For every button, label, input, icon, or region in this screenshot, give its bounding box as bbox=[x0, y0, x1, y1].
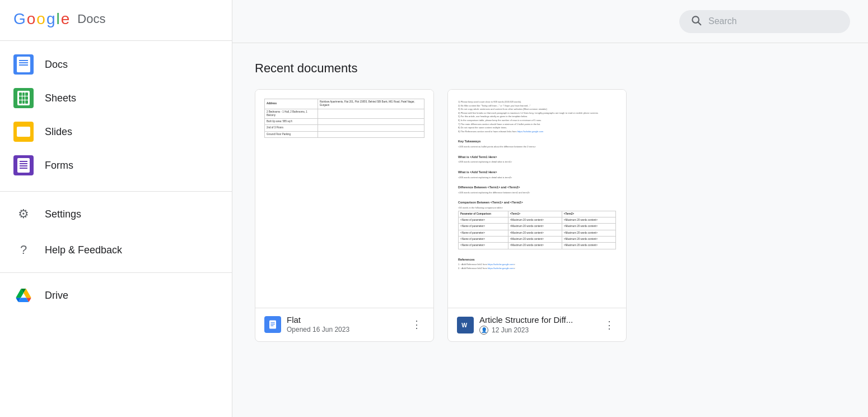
doc-card-article[interactable]: 1) Please keep word count close to 600 w… bbox=[447, 89, 627, 342]
doc-meta-flat: Flat Opened 16 Jun 2023 bbox=[287, 315, 403, 333]
gear-icon: ⚙ bbox=[13, 204, 34, 224]
search-icon bbox=[690, 15, 702, 29]
recent-title: Recent documents bbox=[255, 61, 846, 76]
doc-preview-flat: Address Rainbow Apartments, Flat 201, Pl… bbox=[255, 90, 433, 308]
svg-rect-3 bbox=[270, 322, 275, 323]
svg-rect-5 bbox=[270, 325, 273, 326]
docs-icon bbox=[13, 54, 34, 75]
shared-icon: 👤 bbox=[479, 326, 488, 335]
doc-info-flat: Flat Opened 16 Jun 2023 ⋮ bbox=[255, 308, 433, 340]
drive-icon bbox=[13, 285, 34, 305]
sidebar-item-help-label: Help & Feedback bbox=[45, 244, 122, 256]
sidebar-item-docs[interactable]: Docs bbox=[0, 48, 232, 81]
sidebar-item-settings[interactable]: ⚙ Settings bbox=[0, 196, 232, 232]
svg-rect-4 bbox=[270, 323, 275, 324]
sidebar-item-forms[interactable]: Forms bbox=[0, 149, 232, 182]
search-placeholder: Search bbox=[708, 16, 839, 26]
sidebar-item-drive[interactable]: Drive bbox=[0, 277, 232, 313]
doc-title-flat: Flat bbox=[287, 315, 403, 325]
doc-opened-label: Opened 16 Jun 2023 bbox=[287, 326, 349, 333]
doc-meta-article: Article Structure for Diff... 👤 12 Jun 2… bbox=[479, 315, 596, 335]
sidebar-item-help[interactable]: ? Help & Feedback bbox=[0, 232, 232, 268]
sidebar-item-settings-label: Settings bbox=[45, 208, 81, 220]
sidebar-item-slides-label: Slides bbox=[45, 126, 72, 138]
doc-card-flat[interactable]: Address Rainbow Apartments, Flat 201, Pl… bbox=[255, 89, 434, 342]
sidebar-item-drive-label: Drive bbox=[45, 290, 68, 302]
doc-preview-article: 1) Please keep word count close to 600 w… bbox=[448, 90, 626, 308]
doc-type-icon-word: W bbox=[457, 317, 474, 333]
doc-type-icon-docs bbox=[264, 316, 281, 333]
sidebar-nav: Docs Sheets bbox=[0, 43, 232, 187]
search-bar[interactable]: Search bbox=[679, 10, 850, 33]
sidebar-item-slides[interactable]: Slides bbox=[0, 115, 232, 149]
doc-title-article: Article Structure for Diff... bbox=[479, 315, 596, 325]
doc-info-article: W Article Structure for Diff... 👤 12 Jun… bbox=[448, 308, 626, 341]
recent-section: Recent documents Address Rainbow Apartme… bbox=[232, 43, 868, 360]
sidebar-item-docs-label: Docs bbox=[45, 59, 68, 71]
forms-icon bbox=[13, 155, 34, 175]
sidebar-item-forms-label: Forms bbox=[45, 160, 73, 172]
svg-line-1 bbox=[698, 22, 701, 25]
google-logo: Google bbox=[13, 10, 69, 28]
main-header: Search bbox=[232, 0, 868, 43]
divider-mid bbox=[0, 191, 232, 192]
slides-icon bbox=[13, 122, 34, 142]
sidebar: Google Docs Docs bbox=[0, 0, 232, 417]
logo-area: Google Docs bbox=[0, 0, 232, 38]
docs-logo-text: Docs bbox=[77, 12, 105, 26]
sheets-icon bbox=[13, 88, 34, 108]
divider-bottom bbox=[0, 272, 232, 273]
doc-more-button-article[interactable]: ⋮ bbox=[601, 317, 617, 333]
main-content: Search Recent documents Address Rainbow … bbox=[232, 0, 868, 417]
doc-date-label: 12 Jun 2023 bbox=[492, 326, 529, 334]
doc-subtitle-flat: Opened 16 Jun 2023 bbox=[287, 326, 403, 333]
doc-more-button-flat[interactable]: ⋮ bbox=[409, 317, 424, 332]
svg-text:W: W bbox=[461, 321, 467, 328]
sidebar-item-sheets-label: Sheets bbox=[45, 92, 76, 104]
doc-subtitle-article: 👤 12 Jun 2023 bbox=[479, 326, 596, 335]
docs-grid: Address Rainbow Apartments, Flat 201, Pl… bbox=[255, 89, 846, 342]
help-icon: ? bbox=[13, 240, 34, 260]
sidebar-item-sheets[interactable]: Sheets bbox=[0, 81, 232, 115]
divider-top bbox=[0, 40, 232, 41]
